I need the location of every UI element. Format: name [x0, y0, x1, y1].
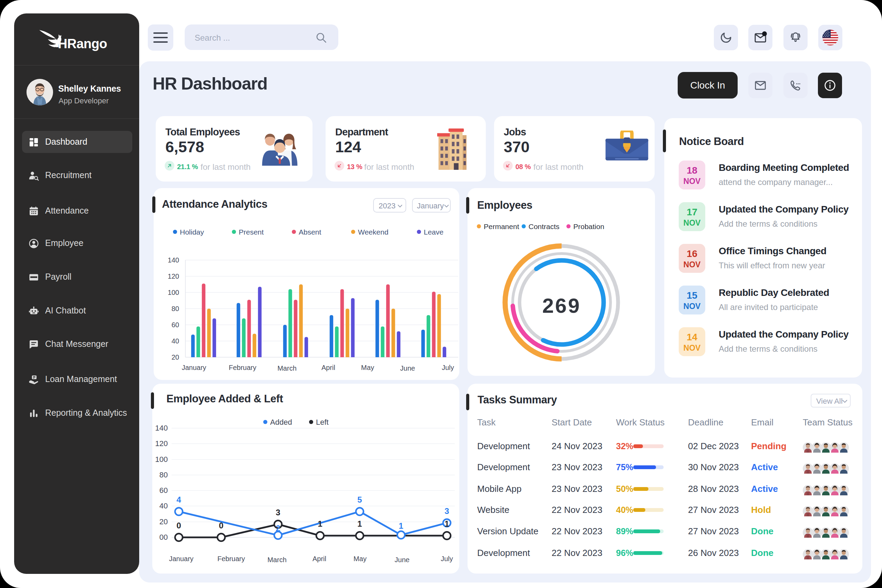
svg-text:May: May: [354, 555, 367, 562]
svg-text:June: June: [400, 364, 415, 372]
svg-text:July: July: [442, 364, 454, 371]
svg-text:40: 40: [159, 501, 168, 510]
svg-text:January: January: [182, 364, 206, 371]
svg-text:July: July: [441, 555, 453, 562]
svg-text:1: 1: [444, 519, 449, 528]
svg-text:140: 140: [155, 424, 168, 432]
svg-text:80: 80: [159, 471, 168, 479]
svg-text:60: 60: [159, 486, 168, 495]
svg-text:May: May: [361, 364, 374, 371]
svg-text:April: April: [312, 555, 326, 562]
svg-text:February: February: [218, 555, 245, 562]
svg-text:120: 120: [155, 439, 168, 448]
svg-text:100: 100: [168, 289, 179, 296]
svg-text:269: 269: [542, 294, 581, 317]
svg-text:1: 1: [399, 521, 403, 531]
svg-text:April: April: [321, 364, 335, 371]
svg-text:June: June: [394, 556, 409, 564]
svg-text:1: 1: [357, 519, 362, 528]
svg-text:0: 0: [219, 521, 223, 530]
svg-text:5: 5: [357, 495, 362, 504]
svg-text:1: 1: [318, 519, 322, 528]
svg-text:60: 60: [172, 321, 179, 328]
svg-text:3: 3: [444, 506, 449, 516]
svg-text:20: 20: [172, 353, 179, 361]
svg-text:20: 20: [159, 518, 168, 526]
svg-text:March: March: [278, 364, 297, 372]
svg-text:January: January: [169, 555, 193, 562]
svg-text:March: March: [267, 556, 286, 564]
svg-text:3: 3: [276, 508, 280, 517]
svg-text:February: February: [229, 364, 256, 371]
svg-text:0: 0: [176, 521, 181, 530]
svg-text:120: 120: [168, 273, 179, 280]
svg-text:80: 80: [172, 305, 179, 312]
svg-text:40: 40: [172, 337, 179, 345]
svg-text:100: 100: [155, 455, 168, 464]
svg-text:2: 2: [276, 524, 280, 533]
svg-text:140: 140: [168, 256, 179, 264]
svg-text:00: 00: [159, 533, 168, 542]
svg-text:4: 4: [176, 495, 181, 504]
